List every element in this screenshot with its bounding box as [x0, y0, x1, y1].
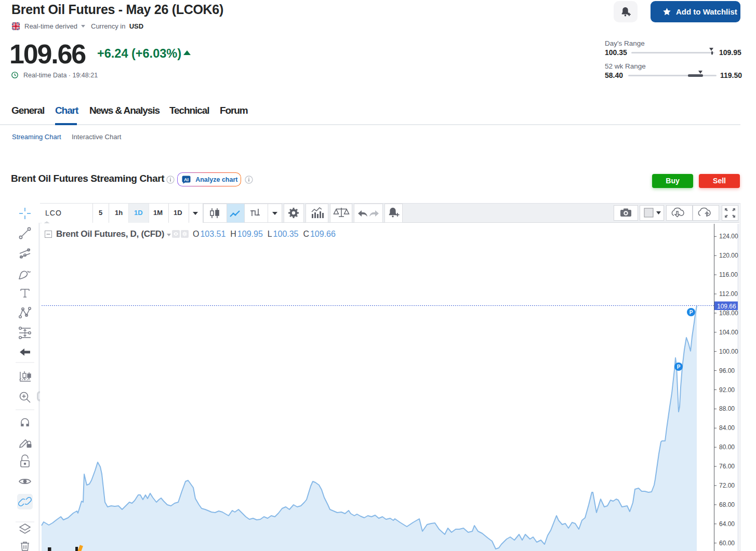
svg-text:1h: 1h: [115, 209, 123, 217]
svg-text:84.00: 84.00: [719, 424, 735, 432]
svg-text:64.00: 64.00: [719, 520, 735, 528]
svg-text:96.00: 96.00: [719, 367, 735, 374]
svg-text:1M: 1M: [153, 209, 163, 217]
svg-text:5: 5: [99, 209, 102, 217]
svg-text:AI: AI: [184, 177, 189, 182]
svg-text:116.00: 116.00: [719, 271, 738, 278]
svg-text:120.00: 120.00: [719, 252, 738, 259]
svg-text:109.66: 109.66: [717, 303, 736, 310]
svg-text:LCO: LCO: [45, 209, 62, 217]
svg-text:92.00: 92.00: [719, 386, 735, 394]
svg-text:104.00: 104.00: [719, 329, 738, 336]
svg-text:76.00: 76.00: [719, 463, 735, 470]
svg-text:112.00: 112.00: [719, 290, 738, 298]
svg-text:72.00: 72.00: [719, 482, 735, 489]
svg-text:100.00: 100.00: [719, 348, 738, 355]
svg-text:68.00: 68.00: [719, 501, 735, 508]
svg-text:88.00: 88.00: [719, 405, 735, 412]
svg-text:1D: 1D: [134, 209, 143, 217]
svg-text:60.00: 60.00: [719, 540, 735, 547]
svg-text:P: P: [677, 364, 681, 370]
svg-text:80.00: 80.00: [719, 444, 735, 451]
svg-text:P: P: [689, 310, 693, 315]
svg-text:108.00: 108.00: [719, 310, 738, 317]
svg-text:1D: 1D: [174, 209, 182, 217]
